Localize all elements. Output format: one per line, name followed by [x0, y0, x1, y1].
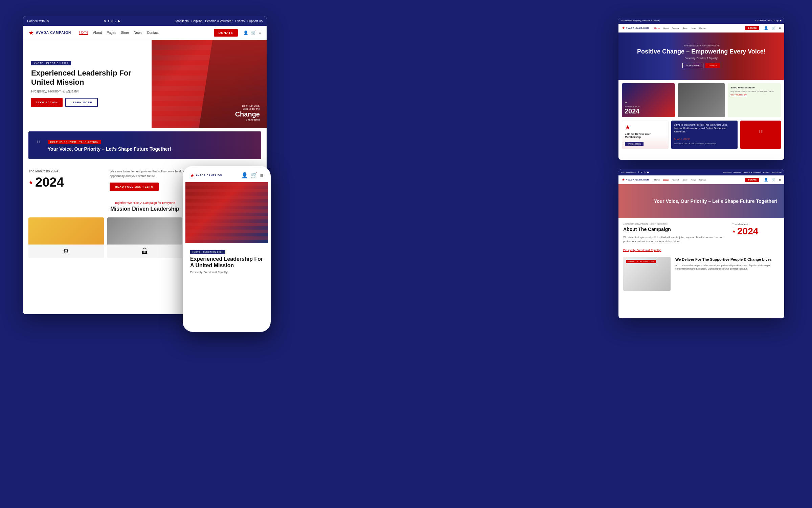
nav-about[interactable]: About — [93, 31, 102, 35]
hero-left: #VOTE · ELECTION 2024 Experienced Leader… — [23, 40, 152, 128]
nav-pages[interactable]: Pages — [107, 31, 116, 35]
cart-icon[interactable]: 🛒 — [251, 30, 256, 35]
x-icon[interactable]: ✕ — [104, 19, 106, 23]
take-action-button[interactable]: TAKE ACTION — [31, 98, 63, 107]
manifesto-year-wrap: ★ 2024 — [28, 175, 103, 190]
dt-star-icon: ★ — [622, 26, 625, 30]
instagram-icon[interactable]: ◎ — [111, 19, 113, 23]
br-yt-icon[interactable]: ▶ — [647, 171, 649, 174]
dt-learn-more-btn[interactable]: LEARN MORE — [682, 63, 703, 68]
dt-quote-card: " — [740, 121, 781, 149]
dt-membership-icon: ★ — [625, 124, 666, 131]
phone-user-icon[interactable]: 👤 — [241, 172, 248, 178]
br-user-icon[interactable]: 👤 — [764, 178, 768, 182]
nav-logo[interactable]: ★ AVADA CAMPAIGN — [28, 29, 71, 37]
dt-donate-button[interactable]: DONATE — [745, 26, 759, 30]
dt-topbar-prosperity: Prosperity, Freedom & Equality — [632, 20, 660, 22]
read-manifesto-button[interactable]: READ FULL MANIFESTO — [110, 183, 159, 191]
dt-merch-text: Buy Merch products & Show your support f… — [730, 90, 778, 92]
dt-cards2: ★ Join Or Renew Your Membership TAKE ACT… — [618, 121, 784, 152]
donate-button[interactable]: DONATE — [214, 29, 238, 37]
br-topbar-events[interactable]: Events — [763, 171, 769, 173]
menu-icon[interactable]: ≡ — [259, 30, 261, 35]
dt-menu-icon[interactable]: ≡ — [779, 26, 781, 30]
dt-donate-hero-btn[interactable]: DONATE — [705, 63, 721, 68]
building-icon: 🏛 — [141, 248, 148, 255]
nav-home[interactable]: Home — [79, 30, 88, 35]
phone-logo[interactable]: ★ AVADA CAMPAIGN — [190, 173, 222, 178]
manifesto-left: The Manifesto 2024 ★ 2024 — [28, 169, 103, 191]
phone-star-icon: ★ — [190, 173, 195, 178]
dt-connect-icon: Connect with us — [755, 19, 770, 22]
youtube-icon[interactable]: ▶ — [118, 19, 120, 23]
br-main: JOIN OUR CAMPAIGN · NEXT ELECTION About … — [623, 223, 727, 252]
br-nav-store[interactable]: Store — [683, 179, 687, 181]
br-nav-news[interactable]: News — [691, 179, 696, 181]
br-nav-home[interactable]: Home — [654, 179, 660, 181]
tiktok-icon[interactable]: ♪ — [115, 19, 117, 23]
dt-policies-link[interactable]: SHARE MORE — [674, 138, 690, 140]
topbar-volunteer[interactable]: Become a Volunteer — [205, 19, 232, 23]
br-topbar-manifesto[interactable]: Manifesto — [723, 171, 731, 173]
dt-user-icon[interactable]: 👤 — [764, 26, 768, 30]
dt-nav-home[interactable]: Home — [654, 27, 660, 29]
user-icon[interactable]: 👤 — [243, 30, 248, 35]
br-nav-about[interactable]: About — [663, 178, 669, 181]
dt-ig-icon[interactable]: ◎ — [776, 19, 779, 22]
facebook-icon[interactable]: f — [108, 19, 109, 23]
nav-links: Home About Pages Store News Contact — [79, 30, 208, 35]
br-nav-pages[interactable]: Pages ▾ — [672, 178, 679, 181]
dt-x-icon[interactable]: ✕ — [773, 19, 775, 22]
hero-title: Experienced Leadership For United Missio… — [31, 69, 143, 87]
hero-subtitle: Prosperity, Freedom & Equality! — [31, 89, 143, 93]
phone-nav-icons: 👤 🛒 ≡ — [241, 172, 263, 178]
dt-merch-link[interactable]: VISIT OUR SHOP — [730, 94, 778, 96]
topbar-manifesto[interactable]: Manifesto — [176, 19, 189, 23]
dt-nav-store[interactable]: Store — [683, 27, 687, 29]
br-bottom: #VOTE · ELECTION 2024 We Deliver For The… — [618, 257, 784, 296]
phone-menu-icon[interactable]: ≡ — [260, 172, 263, 178]
br-bottom-text: Arcu rutrum ullamcorper sit rhoncus aliq… — [675, 264, 780, 271]
nav-contact[interactable]: Contact — [147, 31, 158, 35]
dt-nav-contact[interactable]: Contact — [699, 27, 706, 29]
br-fb-icon[interactable]: f — [638, 171, 639, 174]
dt-hero: Strength & Unity, Prosperity for All Pos… — [618, 33, 784, 80]
dt-fb-icon[interactable]: f — [771, 19, 772, 22]
dt-hero-sub: Strength & Unity, Prosperity for All — [683, 44, 719, 47]
topbar-helpline[interactable]: Helpline — [191, 19, 203, 23]
dt-logo[interactable]: ★ AVADA CAMPAIGN — [622, 26, 649, 30]
br-nav-contact[interactable]: Contact — [699, 179, 706, 181]
dt-nav-pages[interactable]: Pages ▾ — [672, 27, 679, 29]
br-logo-text: AVADA CAMPAIGN — [626, 179, 649, 181]
br-ig-icon[interactable]: ◎ — [644, 171, 646, 174]
phone-cart-icon[interactable]: 🛒 — [251, 172, 257, 178]
phone-hero-image — [185, 182, 268, 243]
nav-store[interactable]: Store — [121, 31, 129, 35]
hero-overlay: Don't just vote, Join us for the Change … — [235, 104, 260, 121]
hero-section: #VOTE · ELECTION 2024 Experienced Leader… — [23, 40, 267, 128]
dt-yt-icon[interactable]: ▶ — [780, 19, 782, 22]
dt-cart-icon[interactable]: 🛒 — [771, 26, 775, 30]
nav-news[interactable]: News — [134, 31, 142, 35]
br-cart-icon[interactable]: 🛒 — [771, 178, 775, 182]
br-donate-button[interactable]: DONATE — [745, 178, 759, 182]
phone-hero-content: #VOTE · ELECTION 2024 Experienced Leader… — [185, 243, 268, 278]
br-topbar-volunteer[interactable]: Become a Volunteer — [743, 171, 761, 173]
br-topbar-helpline[interactable]: Helpline — [734, 171, 741, 173]
dt-manifesto-card-year: 2024 — [625, 108, 672, 114]
hero-overlay-big: Change — [235, 110, 260, 118]
br-logo[interactable]: ★ AVADA CAMPAIGN — [622, 178, 649, 182]
mission-card-1: ⚙ — [28, 217, 104, 258]
br-menu-icon[interactable]: ≡ — [779, 178, 781, 182]
br-x-icon[interactable]: ✕ — [640, 171, 642, 174]
topbar-events[interactable]: Events — [235, 19, 245, 23]
br-topbar-support[interactable]: Support Us — [771, 171, 782, 173]
phone-badge: #VOTE · ELECTION 2024 — [190, 250, 225, 254]
dt-nav-about[interactable]: About — [663, 27, 669, 29]
learn-more-button[interactable]: LEARN MORE — [65, 98, 98, 107]
topbar-connect: Connect with us — [27, 19, 49, 23]
topbar-support[interactable]: Support Us — [247, 19, 263, 23]
dt-nav-news[interactable]: News — [691, 27, 696, 29]
br-prosperity-link[interactable]: Prosperity, Freedom & Equality! — [623, 249, 661, 252]
dt-nav: ★ AVADA CAMPAIGN Home About Pages ▾ Stor… — [618, 24, 784, 33]
